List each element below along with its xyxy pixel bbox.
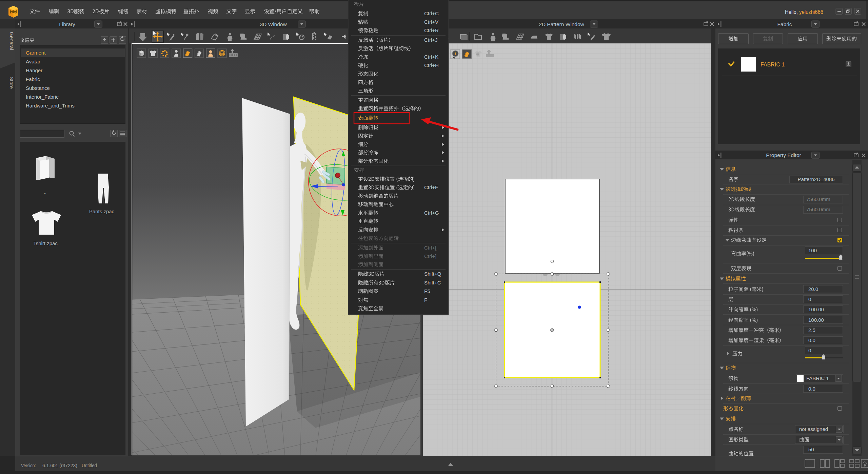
svg-text:100.00: 100.00 bbox=[808, 317, 824, 323]
svg-text:0: 0 bbox=[808, 348, 811, 353]
svg-text:Hanger: Hanger bbox=[26, 67, 42, 73]
svg-text:Version:: Version: bbox=[21, 463, 36, 468]
svg-text:Ctrl+]: Ctrl+] bbox=[424, 253, 436, 259]
svg-text:Library: Library bbox=[59, 21, 75, 27]
svg-text:2D Pattern Window: 2D Pattern Window bbox=[539, 21, 584, 27]
svg-text:Store: Store bbox=[9, 77, 15, 89]
svg-text:Avatar: Avatar bbox=[26, 59, 40, 64]
svg-text:Ctrl+H: Ctrl+H bbox=[424, 62, 439, 68]
svg-text:50: 50 bbox=[808, 447, 814, 452]
svg-text:Pants.zpac: Pants.zpac bbox=[89, 209, 115, 214]
svg-text:Fabric: Fabric bbox=[777, 21, 792, 27]
svg-text:0.0: 0.0 bbox=[808, 386, 815, 392]
svg-text:Fabric: Fabric bbox=[26, 76, 40, 82]
svg-text:7560.0mm: 7560.0mm bbox=[806, 196, 830, 202]
svg-text:Shift+Q: Shift+Q bbox=[424, 271, 441, 277]
svg-text:Ctrl+F: Ctrl+F bbox=[424, 184, 438, 190]
svg-text:Property Editor: Property Editor bbox=[766, 152, 801, 158]
svg-text:Ctrl+V: Ctrl+V bbox=[424, 19, 438, 25]
svg-text:Pattern2D_4086: Pattern2D_4086 bbox=[797, 176, 834, 182]
svg-text:F5: F5 bbox=[424, 288, 430, 294]
svg-text:0: 0 bbox=[808, 296, 811, 302]
svg-text:Ctrl+K: Ctrl+K bbox=[424, 54, 438, 60]
svg-text:FABRIC 1: FABRIC 1 bbox=[806, 375, 829, 381]
svg-text:Substance: Substance bbox=[26, 85, 50, 91]
svg-text:Garment: Garment bbox=[26, 50, 46, 56]
svg-text:100: 100 bbox=[808, 248, 817, 253]
svg-text:..: .. bbox=[44, 189, 46, 195]
svg-text:Ctrl+G: Ctrl+G bbox=[424, 210, 439, 216]
svg-text:yeluzhi666: yeluzhi666 bbox=[799, 9, 823, 15]
svg-text:F: F bbox=[424, 297, 427, 303]
svg-text:General: General bbox=[9, 32, 15, 50]
svg-text:Hardware_and_Trims: Hardware_and_Trims bbox=[26, 103, 75, 108]
svg-text:Shift+C: Shift+C bbox=[424, 280, 441, 285]
svg-text:2.5: 2.5 bbox=[808, 327, 815, 333]
svg-text:Untitled: Untitled bbox=[82, 463, 97, 468]
svg-text:20.0: 20.0 bbox=[808, 286, 818, 292]
svg-text:FABRIC 1: FABRIC 1 bbox=[761, 62, 785, 67]
svg-text:3D Window: 3D Window bbox=[260, 21, 287, 27]
svg-text:100.00: 100.00 bbox=[808, 307, 824, 312]
svg-text:Tshirt.zpac: Tshirt.zpac bbox=[33, 240, 58, 246]
svg-text:Ctrl+[: Ctrl+[ bbox=[424, 245, 437, 251]
svg-text:not assigned: not assigned bbox=[799, 426, 828, 432]
svg-text:Hello,: Hello, bbox=[785, 9, 798, 15]
svg-text:Ctrl+J: Ctrl+J bbox=[424, 37, 438, 43]
svg-text:6.1.601 (r37223): 6.1.601 (r37223) bbox=[42, 463, 77, 468]
svg-text:7560.0mm: 7560.0mm bbox=[806, 206, 830, 212]
svg-text:i: i bbox=[455, 51, 456, 56]
svg-text:Interior_Fabric: Interior_Fabric bbox=[26, 94, 59, 100]
svg-text:Ctrl+R: Ctrl+R bbox=[424, 27, 439, 33]
svg-text:Ctrl+C: Ctrl+C bbox=[424, 11, 439, 16]
svg-text:0.0: 0.0 bbox=[808, 337, 815, 343]
